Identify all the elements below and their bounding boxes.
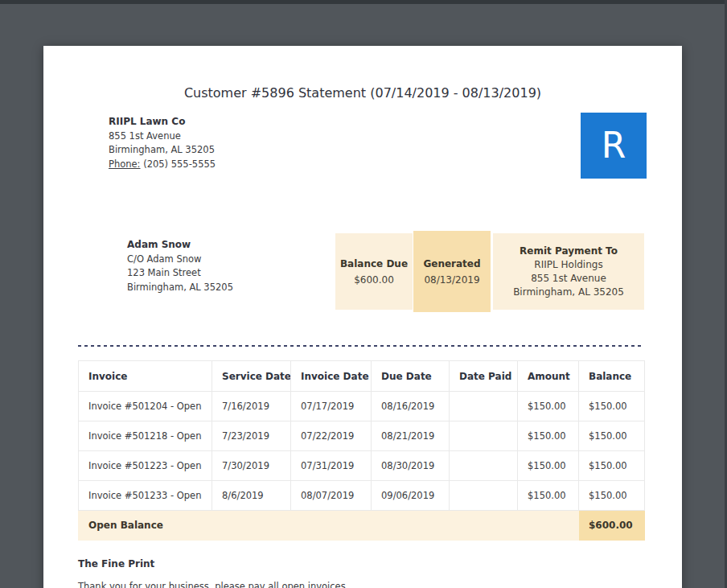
remit-label: Remit Payment To — [520, 245, 618, 258]
cell-due-date: 08/21/2019 — [372, 421, 450, 451]
cell-balance: $150.00 — [579, 481, 645, 511]
col-header-invoice-date: Invoice Date — [291, 361, 372, 392]
cell-due-date: 08/30/2019 — [372, 451, 450, 481]
company-address-line2: Birmingham, AL 35205 — [109, 143, 216, 158]
col-header-due-date: Due Date — [372, 361, 450, 392]
cell-invoice-date: 07/17/2019 — [291, 392, 372, 421]
col-header-balance: Balance — [579, 361, 645, 392]
phone-label: Phone: — [109, 158, 141, 170]
logo-letter: R — [602, 128, 626, 163]
cell-service-date: 7/23/2019 — [212, 421, 291, 451]
company-logo: R — [581, 113, 647, 179]
invoices-table: Invoice Service Date Invoice Date Due Da… — [78, 360, 645, 541]
statement-title: Customer #5896 Statement (07/14/2019 - 0… — [43, 85, 682, 101]
cell-date-paid — [450, 481, 518, 511]
remit-payment-box: Remit Payment To RIIPL Holdings 855 1st … — [493, 233, 644, 310]
col-header-service-date: Service Date — [212, 361, 291, 392]
open-balance-row: Open Balance $600.00 — [79, 511, 645, 541]
balance-due-value: $600.00 — [354, 272, 394, 288]
dashed-divider — [78, 345, 644, 347]
company-info-block: RIIPL Lawn Co 855 1st Avenue Birmingham,… — [109, 115, 216, 171]
cell-date-paid — [450, 421, 518, 451]
cell-invoice-date: 08/07/2019 — [291, 481, 372, 511]
remit-name: RIIPL Holdings — [534, 258, 602, 272]
customer-name: Adam Snow — [127, 238, 233, 253]
customer-address-line1: 123 Main Street — [127, 266, 233, 281]
generated-value: 08/13/2019 — [424, 272, 479, 288]
cell-service-date: 7/16/2019 — [212, 392, 291, 421]
cell-invoice-date: 07/31/2019 — [291, 451, 372, 481]
company-name: RIIPL Lawn Co — [109, 115, 216, 130]
col-header-invoice: Invoice — [79, 361, 212, 392]
cell-invoice-date: 07/22/2019 — [291, 421, 372, 451]
invoice-row: Invoice #501204 - Open 7/16/2019 07/17/2… — [79, 392, 645, 421]
invoice-row: Invoice #501233 - Open 8/6/2019 08/07/20… — [79, 481, 645, 511]
remit-address-line1: 855 1st Avenue — [531, 272, 606, 286]
invoice-row: Invoice #501223 - Open 7/30/2019 07/31/2… — [79, 451, 645, 481]
cell-service-date: 7/30/2019 — [212, 451, 291, 481]
viewer-top-bar — [0, 0, 727, 4]
fine-print-body: Thank you for your business, please pay … — [78, 581, 348, 588]
cell-amount: $150.00 — [518, 392, 579, 421]
customer-info-block: Adam Snow C/O Adam Snow 123 Main Street … — [127, 238, 233, 294]
remit-address-line2: Birmingham, AL 35205 — [513, 286, 624, 299]
cell-due-date: 09/06/2019 — [372, 481, 450, 511]
document-viewer-background: Customer #5896 Statement (07/14/2019 - 0… — [0, 0, 727, 588]
cell-amount: $150.00 — [518, 421, 579, 451]
statement-summary: Balance Due $600.00 Generated 08/13/2019… — [335, 231, 644, 312]
cell-service-date: 8/6/2019 — [212, 481, 291, 511]
cell-invoice: Invoice #501204 - Open — [79, 392, 212, 421]
col-header-amount: Amount — [518, 361, 579, 392]
cell-date-paid — [450, 451, 518, 481]
open-balance-label: Open Balance — [79, 511, 579, 541]
customer-care-of: C/O Adam Snow — [127, 253, 233, 267]
balance-due-label: Balance Due — [340, 256, 408, 272]
cell-amount: $150.00 — [518, 481, 579, 511]
table-header-row: Invoice Service Date Invoice Date Due Da… — [79, 361, 645, 392]
cell-balance: $150.00 — [579, 392, 645, 421]
cell-due-date: 08/16/2019 — [372, 392, 450, 421]
open-balance-amount: $600.00 — [579, 511, 645, 541]
balance-due-box: Balance Due $600.00 — [335, 233, 413, 310]
generated-box: Generated 08/13/2019 — [413, 231, 491, 312]
fine-print-heading: The Fine Print — [78, 558, 154, 569]
col-header-date-paid: Date Paid — [450, 361, 518, 392]
statement-page: Customer #5896 Statement (07/14/2019 - 0… — [43, 46, 682, 588]
cell-date-paid — [450, 392, 518, 421]
cell-balance: $150.00 — [579, 451, 645, 481]
company-phone: Phone: (205) 555-5555 — [109, 158, 216, 172]
cell-invoice: Invoice #501233 - Open — [79, 481, 212, 511]
invoice-row: Invoice #501218 - Open 7/23/2019 07/22/2… — [79, 421, 645, 451]
company-address-line1: 855 1st Avenue — [109, 130, 216, 144]
customer-address-line2: Birmingham, AL 35205 — [127, 281, 233, 295]
cell-invoice: Invoice #501218 - Open — [79, 421, 212, 451]
cell-amount: $150.00 — [518, 451, 579, 481]
cell-invoice: Invoice #501223 - Open — [79, 451, 212, 481]
generated-label: Generated — [423, 256, 480, 272]
phone-value: (205) 555-5555 — [143, 158, 216, 170]
cell-balance: $150.00 — [579, 421, 645, 451]
